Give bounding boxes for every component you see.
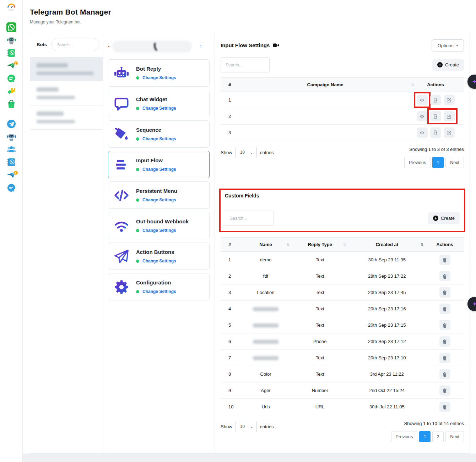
speedometer-icon[interactable] [6,2,17,13]
caret-down-icon: ▾ [456,44,458,47]
feature-title: Action Buttons [136,249,174,255]
feature-title: Bot Reply [136,66,161,72]
bot-list-item[interactable] [30,57,103,81]
bot-list-item[interactable] [30,105,103,130]
robot-green-icon[interactable] [6,35,17,45]
create-campaign-button[interactable]: + Create [432,59,464,71]
previous-page-button[interactable]: Previous [404,157,431,168]
delete-button[interactable] [439,369,450,379]
page-button-1[interactable]: 1 [432,157,444,168]
change-settings-link[interactable]: Change Settings [142,136,176,141]
chat-blue-icon[interactable] [6,183,17,193]
per-page-select[interactable]: 10 ⌄ [236,147,257,158]
per-page-select[interactable]: 10 ⌄ [236,421,257,432]
edit-button[interactable] [444,127,455,138]
chevron-down-icon: ⌄ [250,151,253,154]
contacts-blue-icon[interactable] [6,157,17,168]
feature-card-out-bound-webhook[interactable]: Out-bound Webhook Change Settings [108,212,210,239]
bots-label: Bots [37,42,47,47]
audience-icon[interactable] [6,144,17,155]
campaign-search-input[interactable] [221,57,270,72]
campaign-pagination: Previous1Next [404,157,464,168]
custom-fields-table: # Name⇅ Reply Type⇅ Created at⇅ Actions1… [221,237,464,415]
field-name: fdf [263,273,268,279]
feature-card-action-buttons[interactable]: Action Buttons Change Settings [108,243,210,270]
bucket-icon [113,126,130,142]
feature-card-chat-widget[interactable]: Chat Widget Change Settings [108,90,210,117]
change-settings-link[interactable]: Change Settings [142,289,176,294]
reply-type: Number [292,388,348,393]
chat-green-icon[interactable] [6,73,17,84]
delete-button[interactable] [439,385,450,396]
delete-button[interactable] [439,255,450,265]
delete-button[interactable] [439,304,450,314]
sort-icon[interactable]: ⇅ [420,242,423,247]
next-page-button[interactable]: Next [445,157,464,168]
change-settings-link[interactable]: Change Settings [142,167,176,172]
edit-button[interactable] [444,95,455,105]
feature-card-configuration[interactable]: Configuration Change Settings [108,273,210,300]
redacted-bot-name [112,40,192,53]
app-icon-rail: 11 [0,0,23,462]
delete-button[interactable] [439,271,450,281]
custom-field-row: 7 Text 20th Sep 23 17:10 [221,350,464,366]
delete-button[interactable] [439,320,450,330]
page-button-1[interactable]: 1 [419,431,431,442]
create-custom-field-button[interactable]: + Create [428,212,460,224]
custom-fields-annotation-box: Custom Fields + Create [219,189,465,232]
options-button[interactable]: Options ▾ [432,39,464,51]
previous-page-button[interactable]: Previous [391,431,418,442]
whatsapp-icon[interactable] [6,22,17,33]
bot-list-item[interactable] [30,81,103,105]
feature-card-sequence[interactable]: Sequence Change Settings [108,120,210,148]
feature-card-input-flow[interactable]: Input Flow Change Settings [108,151,210,178]
broadcast-blue-icon[interactable]: 1 [6,170,17,180]
sort-icon[interactable]: ⇅ [343,242,346,247]
feature-card-bot-reply[interactable]: Bot Reply Change Settings [108,59,210,87]
next-page-button[interactable]: Next [445,431,464,442]
plane-icon [113,248,130,265]
custom-field-row: 3 Location Text 20th Sep 23 17:45 [221,284,464,301]
sort-icon[interactable]: ⇅ [286,242,290,247]
custom-fields-search-input[interactable] [225,211,274,226]
plus-icon: + [437,62,443,67]
eye-button[interactable] [417,111,428,121]
bots-search-input[interactable] [51,38,99,51]
video-camera-icon[interactable] [273,43,279,48]
created-at: 3rd Apr 23 11:22 [348,371,426,377]
redacted-bot-title [37,112,64,116]
change-settings-link[interactable]: Change Settings [142,197,176,202]
change-settings-link[interactable]: Change Settings [142,259,176,263]
contacts-green-icon[interactable] [6,48,17,58]
delete-button[interactable] [439,287,450,298]
feature-card-persistent-menu[interactable]: Persistent Menu Change Settings [108,181,210,209]
edit-button[interactable] [444,111,455,121]
export-button[interactable] [430,95,441,105]
delete-button[interactable] [439,336,450,347]
entries-label: entries [260,424,274,429]
eye-button[interactable] [417,127,428,138]
page-button-2[interactable]: 2 [432,431,444,442]
broadcast-green-icon[interactable]: 1 [6,60,17,71]
integration-icon[interactable] [6,86,17,97]
telegram-icon[interactable] [6,119,17,129]
change-settings-link[interactable]: Change Settings [142,75,176,80]
change-settings-link[interactable]: Change Settings [142,228,176,233]
feature-card-list: Bot Reply Change Settings Chat Widget Ch… [108,59,210,300]
campaign-row: 2 [221,108,464,125]
reply-type: Text [292,355,348,360]
reply-type: Text [292,257,348,262]
status-dot-icon [136,76,139,80]
delete-button[interactable] [439,353,450,363]
row-number: 7 [221,355,240,360]
export-button[interactable] [430,111,441,121]
plus-icon: + [433,216,438,221]
robot-blue-icon[interactable] [6,131,17,142]
status-dot-icon [136,137,139,141]
export-button[interactable] [430,127,441,138]
change-settings-link[interactable]: Change Settings [142,106,176,111]
eye-button[interactable] [417,95,428,105]
shop-icon[interactable] [6,99,17,109]
custom-field-row: 2 fdf Text 28th Sep 23 17:22 [221,268,464,284]
delete-button[interactable] [439,402,450,412]
